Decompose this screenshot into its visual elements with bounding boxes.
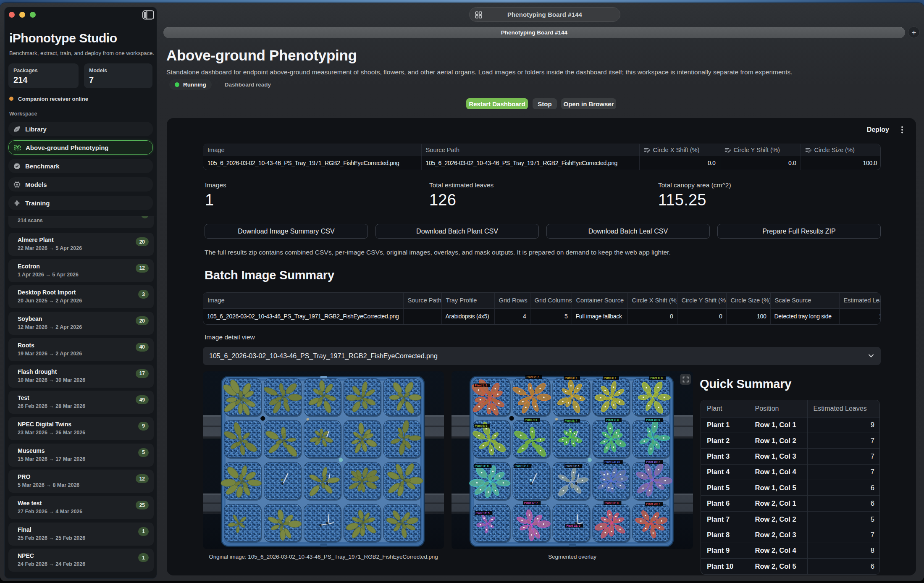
column-header[interactable]: Circle X Shift (%) [639, 144, 720, 156]
open-in-browser-button[interactable]: Open in Browser [561, 98, 616, 109]
sidebar-item-benchmark[interactable]: Benchmark [8, 159, 153, 173]
scan-count-badge: 20 [136, 316, 149, 325]
scan-dates: 15 Mar 2026 → 17 Mar 2026 [18, 456, 85, 462]
download-image-summary-button[interactable]: Download Image Summary CSV [205, 224, 368, 239]
sidebar-item-training[interactable]: Training [8, 196, 153, 210]
svg-text:Plant 16: 5: Plant 16: 5 [476, 512, 490, 515]
column-header[interactable]: Estimated Leaves [839, 293, 881, 308]
zoom-window-button[interactable] [30, 12, 36, 18]
select-value: 105_6_2026-03-02_10-43-46_PS_Tray_1971_R… [209, 352, 438, 360]
column-header[interactable]: Source Path [421, 144, 639, 156]
scan-title: NPEC [18, 552, 34, 559]
stat-value: 7 [89, 75, 94, 85]
scan-dates: 214 scans [18, 218, 43, 223]
fullscreen-expand-button[interactable] [680, 374, 691, 385]
table-cell [403, 308, 441, 324]
prepare-results-zip-button[interactable]: Prepare Full Results ZIP [717, 224, 881, 239]
column-header[interactable]: Circle Size (%) [801, 144, 881, 156]
deploy-button[interactable]: Deploy [867, 126, 889, 134]
metric-label: Images [205, 181, 226, 189]
column-header[interactable]: Image [203, 144, 421, 156]
table-cell: 5 [530, 308, 572, 324]
scan-list-item[interactable]: Soybean 12 Mar 2026 → 2 Apr 2026 20 [8, 312, 154, 335]
table-cell: Plant 6 [701, 496, 749, 511]
table-cell: Row 1, Col 5 [749, 480, 807, 496]
sidebar-toggle-icon[interactable] [142, 10, 155, 20]
minimize-window-button[interactable] [19, 12, 25, 18]
scan-list-item[interactable]: PRO 5 Mar 2026 → 8 Mar 2026 12 [8, 470, 154, 493]
scan-dates: 20 Jun 2025 → 2 Apr 2026 [18, 298, 82, 304]
app-subtitle: Benchmark, extract, train, and deploy fr… [9, 50, 155, 56]
scan-list-item[interactable]: Flash drought 10 Mar 2026 → 30 Mar 2026 … [8, 365, 154, 388]
overlay-caption: Segmented overlay [451, 554, 693, 560]
column-header[interactable]: Circle Y Shift (%) [720, 144, 801, 156]
scan-list-item[interactable]: NPEC 24 Feb 2026 → 24 Feb 2026 1 [8, 549, 154, 572]
image-table[interactable]: ImageSource PathCircle X Shift (%)Circle… [203, 144, 881, 170]
scan-count-badge [141, 216, 149, 218]
table-cell: Plant 3 [701, 449, 749, 464]
sidebar-item-library[interactable]: Library [8, 122, 153, 136]
image-detail-label: Image detail view [205, 334, 255, 341]
scan-list-item[interactable]: Test 26 Feb 2026 → 28 Mar 2026 49 [8, 391, 154, 414]
column-header[interactable]: Circle Size (%) [726, 293, 770, 308]
scan-list-item[interactable]: Final 25 Feb 2026 → 25 Feb 2026 1 [8, 523, 154, 546]
restart-dashboard-button[interactable]: Restart Dashboard [466, 98, 528, 109]
column-header[interactable]: Circle Y Shift (%) [677, 293, 726, 308]
metric-images: Images 1 [205, 181, 226, 209]
image-detail-select[interactable]: 105_6_2026-03-02_10-43-46_PS_Tray_1971_R… [203, 347, 881, 365]
column-header[interactable]: Scale Source [770, 293, 839, 308]
dashboard-ready-text: Dashboard ready [225, 81, 271, 88]
page-title: Above-ground Phenotyping [166, 47, 357, 64]
table-cell: 7 [807, 449, 880, 464]
svg-text:Plant 5: 6: Plant 5: 6 [651, 376, 663, 379]
column-header[interactable]: Circle X Shift (%) [627, 293, 677, 308]
table-cell: 6 [807, 559, 880, 574]
kebab-menu-icon[interactable] [899, 126, 905, 134]
scan-list-item[interactable]: Museums 15 Mar 2026 → 17 Mar 2026 5 [8, 444, 154, 467]
scan-list-item[interactable]: Ecotron 1 Apr 2026 → 5 Apr 2026 12 [8, 259, 154, 282]
table-row: 105_6_2026-03-02_10-43-46_PS_Tray_1971_R… [203, 308, 881, 324]
batch-table[interactable]: ImageSource PathTray ProfileGrid RowsGri… [203, 292, 881, 325]
scan-list-item[interactable]: Desktop Root Import 20 Jun 2025 → 2 Apr … [8, 285, 154, 308]
scan-list[interactable]: 214 scans Almere Plant 22 Mar 2026 → 5 A… [4, 216, 157, 579]
column-header[interactable]: Source Path [403, 293, 441, 308]
stop-button[interactable]: Stop [533, 98, 557, 109]
close-window-button[interactable] [9, 12, 15, 18]
table-cell: 7 [807, 433, 880, 448]
segmented-overlay-image: Plant 1: 9Plant 2: 7Plant 3: 7Plant 4: 7… [451, 371, 693, 549]
table-cell: Arabidopsis (4x5) [441, 308, 494, 324]
window-toolbar-title[interactable]: Phenotyping Board #144 [469, 7, 620, 22]
column-header[interactable]: Tray Profile [441, 293, 494, 308]
running-status-pill: Running [169, 79, 212, 90]
column-header[interactable]: Grid Columns [530, 293, 572, 308]
svg-text:Plant 10: 6: Plant 10: 6 [646, 418, 660, 421]
tab-phenotyping-board[interactable]: Phenotyping Board #144 [163, 27, 905, 38]
table-cell: 8 [807, 543, 880, 558]
column-header[interactable]: Position [749, 400, 807, 417]
column-header[interactable]: Container Source [572, 293, 627, 308]
column-header[interactable]: Estimated Leaves [807, 400, 880, 417]
dashboard-panel: Deploy ImageSource PathCircle X Shift (%… [167, 118, 916, 575]
tray-scan-icon [14, 144, 21, 151]
scan-list-item-partial[interactable]: 214 scans [8, 216, 154, 228]
download-batch-plant-button[interactable]: Download Batch Plant CSV [375, 224, 539, 239]
new-tab-button[interactable]: + [908, 26, 920, 38]
deploy-row: Deploy [867, 125, 905, 134]
scan-count-badge: 25 [136, 501, 149, 509]
scan-title: Flash drought [18, 368, 57, 375]
table-cell: 126 [839, 308, 881, 324]
column-header[interactable]: Grid Rows [494, 293, 530, 308]
column-header[interactable]: Plant [701, 400, 749, 417]
column-header[interactable]: Image [203, 293, 403, 308]
scan-list-item[interactable]: Almere Plant 22 Mar 2026 → 5 Apr 2026 20 [8, 233, 154, 256]
sidebar-item-above-ground-phenotyping[interactable]: Above-ground Phenotyping [8, 140, 153, 155]
sidebar-item-models[interactable]: Models [8, 177, 153, 192]
scan-list-item[interactable]: NPEC Digital Twins 23 Mar 2026 → 26 Mar … [8, 417, 154, 440]
scan-list-item[interactable]: Wee test 27 Feb 2026 → 4 Mar 2026 25 [8, 496, 154, 519]
table-cell: Full image fallback [572, 308, 627, 324]
app-window: iPhonotype Studio Benchmark, extract, tr… [0, 3, 924, 581]
scan-list-item[interactable]: Roots 19 Mar 2026 → 2 Apr 2026 40 [8, 338, 154, 361]
download-batch-leaf-button[interactable]: Download Batch Leaf CSV [546, 224, 710, 239]
table-cell: 5 [807, 511, 880, 527]
table-cell: Row 2, Col 3 [749, 527, 807, 543]
